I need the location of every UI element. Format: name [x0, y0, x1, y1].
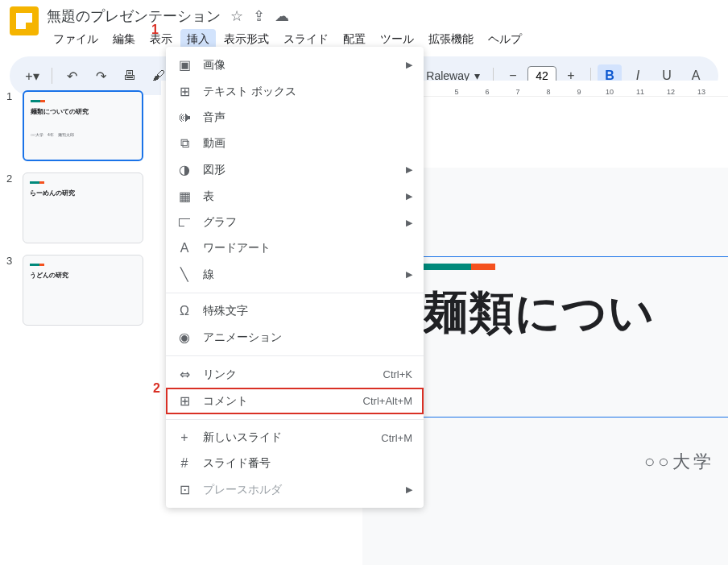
menu-ファイル[interactable]: ファイル [47, 29, 105, 50]
slides-logo[interactable] [10, 6, 39, 35]
submenu-arrow-icon: ▶ [406, 191, 412, 201]
menu-shortcut: Ctrl+K [383, 368, 412, 380]
ruler-tick: 5 [441, 88, 472, 96]
slide-number: 2 [6, 172, 16, 243]
shape-icon: ◑ [177, 162, 192, 177]
submenu-arrow-icon: ▶ [406, 269, 412, 280]
menu-label: 新しいスライド [203, 430, 370, 445]
menu-entry-新しいスライド[interactable]: +新しいスライドCtrl+M [166, 425, 424, 451]
line-icon: ╲ [177, 267, 192, 282]
video-icon: ⧉ [177, 136, 192, 151]
insert-menu: ▣画像▶⊞テキスト ボックス🕪音声⧉動画◑図形▶▦表▶⫍グラフ▶Aワードアート╲… [166, 47, 424, 508]
menu-entry-テキスト ボックス[interactable]: ⊞テキスト ボックス [166, 78, 424, 105]
doc-title[interactable]: 無題のプレゼンテーション [47, 6, 221, 26]
menu-label: 特殊文字 [203, 304, 412, 318]
table-icon: ▦ [177, 189, 192, 204]
animation-icon: ◉ [177, 330, 192, 345]
slide-thumbnail[interactable]: 麺類についての研究○○大学 4年 麺類太郎 [23, 90, 143, 161]
link-icon: ⇔ [177, 367, 192, 382]
slide-thumbnail[interactable]: らーめんの研究 [23, 172, 143, 243]
ruler-tick: 13 [686, 88, 717, 96]
menu-label: プレースホルダ [203, 483, 395, 497]
subtitle-text[interactable]: ○○大学 4年 麺類太郎 [644, 450, 728, 474]
submenu-arrow-icon: ▶ [406, 484, 412, 495]
star-icon[interactable]: ☆ [230, 7, 243, 25]
menu-label: 線 [203, 268, 395, 282]
ruler-tick: 11 [625, 88, 656, 96]
audio-icon: 🕪 [177, 110, 192, 125]
menu-entry-グラフ[interactable]: ⫍グラフ▶ [166, 210, 424, 235]
specialchar-icon: Ω [177, 304, 192, 318]
menu-label: ワードアート [203, 241, 412, 255]
menu-label: 図形 [203, 163, 395, 177]
heading-text[interactable]: 麺類につい [412, 270, 728, 344]
menu-entry-プレースホルダ: ⊡プレースホルダ▶ [166, 476, 424, 503]
ruler-tick: 12 [656, 88, 686, 96]
annotation-2: 2 [153, 381, 160, 396]
move-icon[interactable]: ⇪ [253, 7, 265, 25]
newslide-icon: + [177, 430, 192, 445]
menu-ヘルプ[interactable]: ヘルプ [482, 29, 528, 50]
slide-panel: 1麺類についての研究○○大学 4年 麺類太郎2らーめんの研究3うどんの研究 [0, 81, 161, 565]
title-textbox[interactable]: 麺類につい [411, 256, 728, 418]
annotation-1: 1 [151, 23, 159, 37]
image-icon: ▣ [177, 57, 192, 73]
menu-label: アニメーション [203, 330, 412, 345]
submenu-arrow-icon: ▶ [406, 164, 412, 175]
menu-編集[interactable]: 編集 [106, 29, 142, 50]
chart-icon: ⫍ [177, 215, 192, 230]
comment-icon: ⊞ [177, 393, 192, 409]
menu-entry-コメント[interactable]: ⊞コメントCtrl+Alt+M [166, 388, 424, 414]
menu-separator [166, 355, 424, 356]
menu-label: 音声 [203, 110, 412, 125]
ruler-tick: 6 [472, 88, 503, 96]
wordart-icon: A [177, 241, 192, 255]
menu-shortcut: Ctrl+Alt+M [363, 395, 412, 407]
menu-label: 画像 [203, 58, 395, 73]
menu-entry-表[interactable]: ▦表▶ [166, 183, 424, 210]
ruler-tick: 10 [594, 88, 625, 96]
menu-entry-スライド番号[interactable]: #スライド番号 [166, 451, 424, 476]
slide-number: 1 [6, 90, 16, 161]
menu-entry-動画[interactable]: ⧉動画 [166, 131, 424, 156]
textbox-icon: ⊞ [177, 84, 192, 99]
ruler-tick: 9 [564, 88, 594, 96]
menu-label: テキスト ボックス [203, 85, 412, 99]
menu-label: スライド番号 [203, 456, 412, 471]
menu-separator [166, 419, 424, 420]
menu-entry-アニメーション[interactable]: ◉アニメーション [166, 324, 424, 351]
menu-label: コメント [203, 394, 352, 409]
menu-entry-音声[interactable]: 🕪音声 [166, 105, 424, 131]
placeholder-icon: ⊡ [177, 482, 192, 497]
menu-label: 表 [203, 189, 395, 204]
menu-entry-線[interactable]: ╲線▶ [166, 261, 424, 288]
submenu-arrow-icon: ▶ [406, 60, 412, 70]
menu-entry-図形[interactable]: ◑図形▶ [166, 156, 424, 183]
menu-label: グラフ [203, 215, 395, 230]
slide-thumbnail[interactable]: うどんの研究 [23, 255, 143, 326]
cloud-icon[interactable]: ☁ [275, 7, 289, 25]
menu-shortcut: Ctrl+M [381, 432, 412, 444]
ruler-tick: 7 [503, 88, 533, 96]
menu-entry-リンク[interactable]: ⇔リンクCtrl+K [166, 361, 424, 388]
menu-entry-画像[interactable]: ▣画像▶ [166, 52, 424, 78]
menu-separator [166, 293, 424, 293]
menu-label: 動画 [203, 136, 412, 151]
ruler-tick: 8 [533, 88, 564, 96]
menu-拡張機能[interactable]: 拡張機能 [422, 29, 480, 50]
menu-entry-特殊文字[interactable]: Ω特殊文字 [166, 298, 424, 324]
submenu-arrow-icon: ▶ [406, 218, 412, 228]
menu-label: リンク [203, 368, 372, 382]
slidenum-icon: # [177, 456, 192, 471]
slide-number: 3 [6, 255, 16, 326]
menu-entry-ワードアート[interactable]: Aワードアート [166, 235, 424, 261]
